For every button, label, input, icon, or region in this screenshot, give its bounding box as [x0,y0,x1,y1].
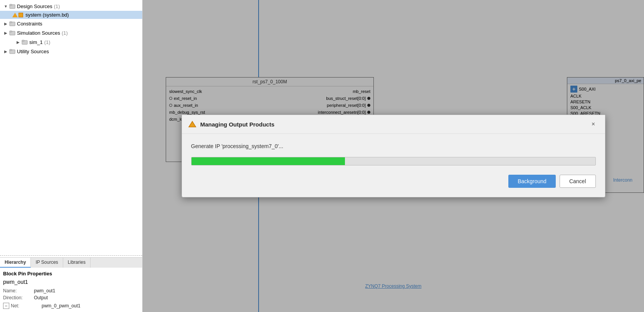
modal-titlebar: Managing Output Products × [182,115,605,134]
constraints-arrow: ▶ [3,21,8,26]
name-label: Name: [3,288,34,293]
modal-message: Generate IP 'processing_system7_0'... [191,143,596,149]
net-row: ↔ Net: pwm_0_pwm_out1 [3,303,139,309]
modal-close-button[interactable]: × [588,119,599,130]
left-panel: ▼ Design Sources (1) system (system.bd) … [0,0,143,312]
utility-sources-arrow: ▶ [3,49,8,54]
simulation-sources-label: Simulation Sources [17,30,60,36]
sim1-label: sim_1 [29,39,43,45]
progress-bar [192,157,345,165]
cancel-button[interactable]: Cancel [560,175,596,188]
design-sources-folder-icon [9,3,15,9]
sim1-header[interactable]: ▶ sim_1 (1) [0,37,142,47]
svg-rect-5 [10,31,12,32]
modal-dialog: Managing Output Products × Generate IP '… [182,115,605,197]
direction-label: Direction: [3,295,34,300]
constraints-header[interactable]: ▶ Constraints [0,19,142,28]
design-sources-label: Design Sources [17,3,52,9]
design-sources-arrow: ▼ [3,3,8,9]
direction-value: Output [34,295,48,300]
progress-container [191,157,596,165]
simulation-folder-icon [9,30,15,36]
svg-marker-10 [188,121,195,127]
block-design-icon [12,13,24,17]
constraints-label: Constraints [17,21,42,27]
constraints-folder-icon [9,20,15,27]
direction-row: Direction: Output [3,295,139,300]
modal-body: Generate IP 'processing_system7_0'... Ba… [182,134,605,197]
sim1-arrow: ▶ [15,39,21,45]
design-sources-count: (1) [54,3,60,9]
name-value: pwm_out1 [34,288,55,293]
left-bottom-tabs: Hierarchy IP Sources Libraries [0,257,142,268]
simulation-sources-header[interactable]: ▶ Simulation Sources (1) [0,28,142,37]
sim1-count: (1) [44,39,50,45]
design-sources-header[interactable]: ▼ Design Sources (1) [0,2,142,11]
net-label: Net: [11,303,42,309]
vivado-logo-icon [188,120,197,128]
svg-rect-7 [22,40,24,41]
utility-sources-label: Utility Sources [17,49,49,54]
svg-rect-3 [10,22,12,23]
properties-title: Block Pin Properties [3,271,139,277]
sim1-folder-icon [22,39,28,45]
system-bd-label: system (system.bd) [25,12,69,18]
net-icon: ↔ [3,303,9,309]
properties-panel: Block Pin Properties pwm_out1 Name: pwm_… [0,268,142,312]
system-bd-item[interactable]: system (system.bd) [0,11,142,19]
panel-separator [0,255,142,256]
svg-rect-1 [10,4,12,5]
tab-libraries[interactable]: Libraries [63,258,91,268]
svg-rect-9 [10,49,12,51]
tab-ip-sources[interactable]: IP Sources [31,258,63,268]
name-row: Name: pwm_out1 [3,288,139,293]
modal-overlay: Managing Output Products × Generate IP '… [143,0,644,312]
main-container: ▼ Design Sources (1) system (system.bd) … [0,0,644,312]
utility-sources-header[interactable]: ▶ Utility Sources [0,47,142,56]
simulation-sources-count: (1) [62,30,68,36]
background-button[interactable]: Background [508,175,556,188]
right-panel: rst_ps7_0_100M slowest_sync_clk ext_rese… [143,0,644,312]
modal-footer: Background Cancel [191,175,596,191]
source-tree: ▼ Design Sources (1) system (system.bd) … [0,0,142,254]
modal-title: Managing Output Products [200,121,588,128]
pin-name-large: pwm_out1 [3,279,139,285]
tab-hierarchy[interactable]: Hierarchy [0,258,31,268]
simulation-sources-arrow: ▶ [3,30,8,35]
net-value: pwm_0_pwm_out1 [42,303,81,309]
utility-folder-icon [9,48,15,54]
